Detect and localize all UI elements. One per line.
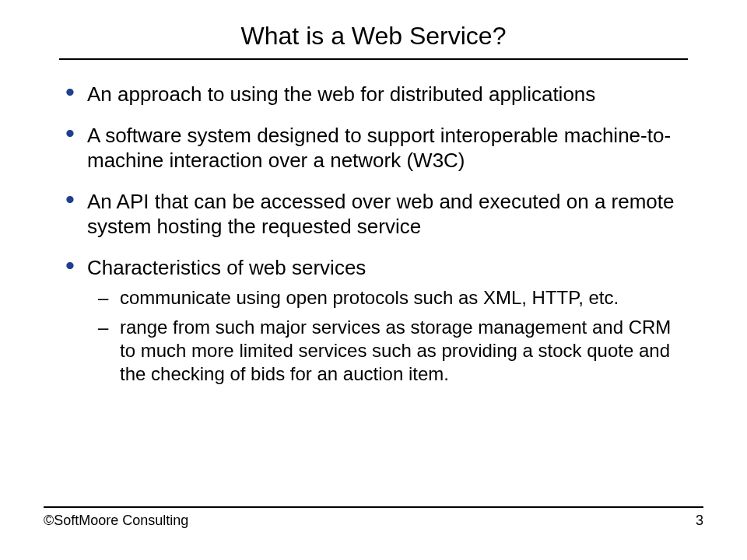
bullet-text: An API that can be accessed over web and…: [87, 190, 674, 239]
sub-bullet-item: range from such major services as storag…: [98, 316, 682, 386]
slide-footer: ©SoftMoore Consulting 3: [44, 506, 703, 529]
bullet-text: Characteristics of web services: [87, 256, 366, 279]
slide-title: What is a Web Service?: [59, 22, 688, 60]
bullet-item: An approach to using the web for distrib…: [65, 82, 682, 107]
footer-copyright: ©SoftMoore Consulting: [44, 513, 188, 529]
sub-bullet-text: communicate using open protocols such as…: [120, 287, 619, 308]
footer-page-number: 3: [696, 513, 703, 529]
bullet-text: An approach to using the web for distrib…: [87, 82, 595, 106]
bullet-text: A software system designed to support in…: [87, 124, 671, 173]
main-bullet-list: An approach to using the web for distrib…: [65, 82, 682, 386]
sub-bullet-text: range from such major services as storag…: [120, 317, 671, 384]
bullet-item: A software system designed to support in…: [65, 123, 682, 173]
bullet-item: An API that can be accessed over web and…: [65, 189, 682, 240]
bullet-item: Characteristics of web services communic…: [65, 255, 682, 387]
sub-bullet-list: communicate using open protocols such as…: [87, 286, 682, 386]
slide-content: An approach to using the web for distrib…: [44, 82, 703, 386]
sub-bullet-item: communicate using open protocols such as…: [98, 286, 682, 310]
slide: What is a Web Service? An approach to us…: [0, 0, 747, 560]
